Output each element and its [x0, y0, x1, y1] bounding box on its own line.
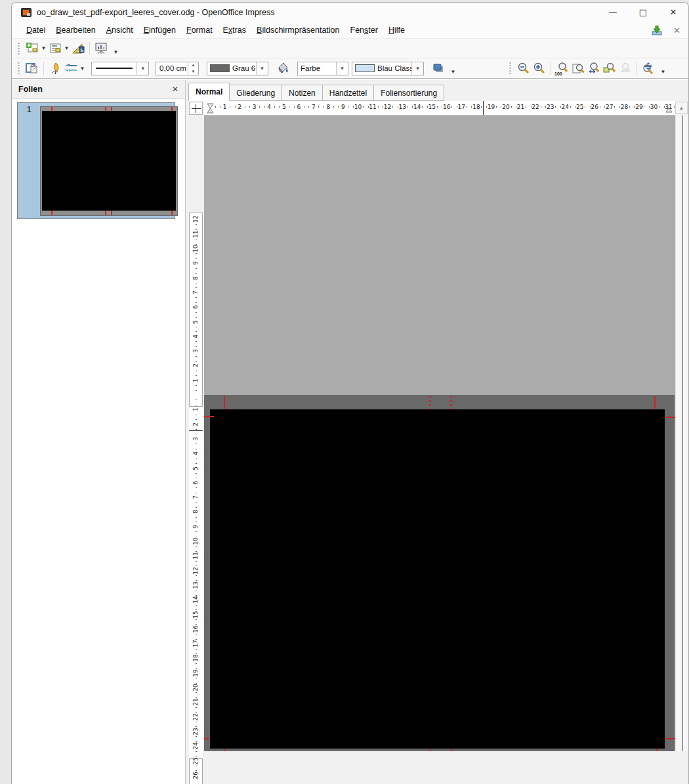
menu-extras[interactable]: Extras — [218, 24, 251, 37]
spin-down-icon[interactable]: ▼ — [188, 68, 198, 75]
tab-handzettel[interactable]: Handzettel — [323, 85, 374, 101]
v-ruler-number: 6 — [192, 481, 199, 485]
scrollbar-thumb[interactable] — [682, 115, 683, 751]
vertical-scrollbar[interactable] — [675, 115, 688, 751]
v-ruler-tick — [196, 756, 197, 756]
spin-up-icon[interactable]: ▲ — [188, 62, 198, 69]
h-ruler-tick — [496, 106, 497, 108]
v-ruler-tick — [196, 736, 197, 737]
line-style-preview — [96, 68, 133, 69]
v-ruler-tick — [196, 653, 197, 654]
v-ruler-tick — [196, 478, 197, 478]
h-ruler-tick — [259, 106, 260, 108]
v-ruler[interactable]: 1211109876543211234567891011121314151617… — [189, 115, 203, 784]
minimize-button[interactable]: — — [598, 3, 628, 22]
zoom-page-button[interactable] — [570, 60, 586, 76]
slide-design-button[interactable] — [70, 41, 86, 56]
scroll-up-button[interactable]: ▲ — [675, 102, 688, 114]
h-ruler-number: 27 — [606, 104, 613, 110]
v-ruler-tick — [196, 531, 197, 532]
toolbar-grip[interactable] — [17, 43, 20, 54]
v-ruler-number: 24 — [192, 742, 199, 749]
left-margin-marker[interactable] — [207, 103, 214, 113]
v-ruler-tick — [196, 634, 197, 634]
line-color-select[interactable]: Grau 6 ▾ — [207, 62, 268, 75]
crop-mark — [656, 749, 658, 751]
menu-bearbeiten[interactable]: Bearbeiten — [51, 24, 100, 37]
fill-color-select[interactable]: Blau Classic ▾ — [352, 62, 424, 75]
panel-close-icon[interactable]: ✕ — [172, 85, 178, 94]
slide-layout-dropdown-arrow[interactable]: ▼ — [63, 41, 70, 56]
new-slide-button[interactable] — [24, 41, 40, 56]
arrow-style-dropdown-arrow[interactable]: ▼ — [79, 60, 86, 76]
menu-hilfe[interactable]: Hilfe — [383, 24, 410, 37]
zoom-object-button — [617, 60, 633, 76]
h-ruler-tick — [348, 106, 348, 108]
menu-datei[interactable]: Datei — [21, 24, 51, 37]
v-ruler-tick — [196, 595, 197, 596]
h-ruler-tick — [279, 106, 280, 108]
line-dialog-button[interactable] — [47, 60, 63, 76]
zoom-optimal-button[interactable] — [602, 60, 617, 76]
menu-format[interactable]: Format — [181, 24, 218, 37]
v-ruler-tick — [196, 522, 197, 522]
area-dialog-button[interactable] — [275, 60, 291, 76]
crop-mark — [204, 416, 214, 417]
h-ruler-tick — [634, 106, 635, 108]
update-available-icon[interactable] — [651, 26, 663, 35]
toolbar-grip[interactable] — [509, 62, 512, 74]
v-ruler-number: 26 — [192, 772, 199, 779]
v-ruler-number: 12 — [192, 216, 199, 223]
fill-type-select[interactable]: Farbe ▾ — [297, 62, 348, 75]
maximize-button[interactable]: □ — [628, 3, 658, 22]
tab-foliensortierung[interactable]: Foliensortierung — [374, 85, 444, 101]
zoom-page-width-button[interactable] — [586, 60, 602, 76]
slide-layout-button[interactable] — [47, 41, 63, 56]
tab-normal[interactable]: Normal — [188, 83, 230, 101]
h-ruler[interactable]: 1234567891011121314151617181920212223242… — [204, 101, 675, 115]
menu-ansicht[interactable]: Ansicht — [101, 24, 138, 37]
h-ruler-number: 15 — [428, 104, 436, 110]
v-ruler-tick — [196, 487, 197, 488]
v-ruler-tick — [196, 726, 197, 727]
line-width-value[interactable]: 0,00 cm — [156, 62, 188, 75]
v-ruler-tick — [196, 283, 197, 283]
presentation-toolbar: ▼ ▼ — [12, 39, 688, 58]
tab-notizen[interactable]: Notizen — [282, 85, 323, 101]
slide-content-rect[interactable] — [210, 409, 665, 749]
zoom-100-button[interactable]: 100 — [554, 60, 570, 76]
slide-thumbnail[interactable]: 1 — [17, 102, 175, 219]
menu-bildschirmprsentation[interactable]: Bildschirmpräsentation — [251, 24, 344, 37]
zoom-out-button[interactable] — [516, 60, 532, 76]
h-ruler-tick — [220, 106, 220, 108]
line-style-select[interactable]: ▾ — [91, 62, 149, 75]
drawing-canvas[interactable] — [204, 115, 675, 751]
line-width-spinner[interactable]: 0,00 cm ▲ ▼ — [156, 62, 199, 75]
toolbar2-overflow-button[interactable]: ▼ — [449, 60, 457, 77]
v-ruler-tick — [196, 561, 197, 562]
line-color-label: Grau 6 — [230, 64, 256, 72]
edit-points-button[interactable] — [24, 60, 40, 76]
toolbar-grip[interactable] — [17, 62, 20, 74]
ruler-origin-box[interactable] — [189, 102, 203, 115]
menu-fenster[interactable]: Fenster — [345, 24, 383, 37]
zoom-toolbar-overflow-button[interactable]: ▼ — [659, 60, 667, 77]
shadow-button[interactable] — [430, 60, 446, 76]
toolbar1-overflow-button[interactable]: ▼ — [112, 40, 120, 57]
h-ruler-tick — [427, 106, 428, 108]
slide-show-button[interactable] — [93, 41, 109, 56]
new-slide-dropdown-arrow[interactable]: ▼ — [40, 41, 47, 56]
arrow-style-button[interactable] — [63, 60, 79, 76]
h-ruler-tick — [570, 106, 571, 108]
v-ruler-tick — [196, 317, 197, 318]
menu-einfgen[interactable]: Einfügen — [138, 24, 181, 37]
tab-gliederung[interactable]: Gliederung — [230, 85, 282, 101]
h-ruler-tick — [575, 106, 575, 108]
close-document-icon[interactable]: ✕ — [673, 26, 683, 35]
zoom-in-button[interactable] — [532, 60, 547, 76]
h-ruler-tick — [531, 106, 532, 108]
zoom-pan-button[interactable] — [640, 60, 656, 76]
v-ruler-tick — [196, 331, 197, 332]
close-button[interactable]: ✕ — [658, 3, 688, 22]
h-ruler-tick — [614, 106, 615, 108]
